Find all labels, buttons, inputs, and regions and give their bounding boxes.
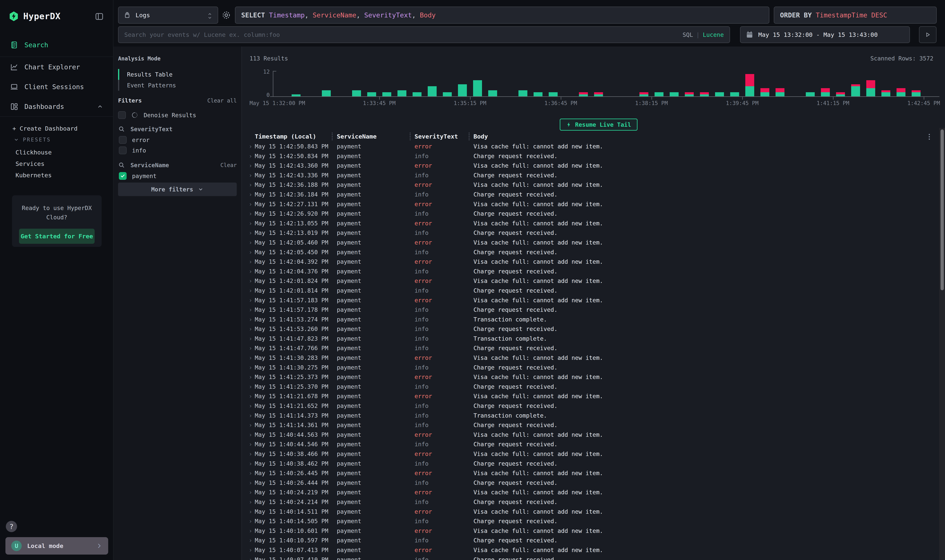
histogram-bar[interactable] (443, 92, 452, 96)
column-header-servicename[interactable]: ServiceName (337, 133, 376, 140)
table-row[interactable]: ›May 15 1:41:25.370 PMpaymentinfoCharge … (242, 382, 939, 392)
histogram-bar[interactable] (836, 92, 845, 96)
histogram-bar[interactable] (700, 92, 709, 96)
table-row[interactable]: ›May 15 1:42:50.834 PMpaymentinfoCharge … (242, 152, 939, 161)
presets-toggle[interactable]: PRESETS (0, 134, 127, 145)
table-row[interactable]: ›May 15 1:42:04.376 PMpaymentinfoCharge … (242, 267, 939, 277)
column-header-body[interactable]: Body (473, 133, 488, 140)
histogram-bar[interactable] (730, 92, 739, 96)
table-row[interactable]: ›May 15 1:41:53.274 PMpaymentinfoTransac… (242, 315, 939, 325)
column-header-severitytext[interactable]: SeverityText (415, 133, 458, 140)
histogram-bar[interactable] (912, 90, 920, 96)
table-scrollbar[interactable] (939, 128, 945, 560)
order-by-input[interactable]: ORDER BY TimestampTime DESC (774, 6, 937, 24)
table-row[interactable]: ›May 15 1:40:26.444 PMpaymentinfoCharge … (242, 478, 939, 488)
column-resize-handle[interactable] (332, 132, 333, 140)
histogram-bar[interactable] (775, 88, 785, 96)
source-select[interactable]: Logs (118, 6, 218, 24)
table-row[interactable]: ›May 15 1:42:01.814 PMpaymentinfoCharge … (242, 286, 939, 296)
histogram-bar[interactable] (821, 88, 830, 96)
histogram-bar[interactable] (715, 92, 724, 96)
table-row[interactable]: ›May 15 1:42:27.131 PMpaymenterrorVisa c… (242, 200, 939, 209)
table-row[interactable]: ›May 15 1:40:10.601 PMpaymenterrorVisa c… (242, 526, 939, 536)
histogram-bar[interactable] (382, 92, 391, 96)
table-row[interactable]: ›May 15 1:41:21.678 PMpaymenterrorVisa c… (242, 392, 939, 401)
table-row[interactable]: ›May 15 1:40:10.597 PMpaymentinfoCharge … (242, 536, 939, 545)
table-row[interactable]: ›May 15 1:40:38.466 PMpaymenterrorVisa c… (242, 449, 939, 459)
histogram-bars[interactable] (273, 72, 939, 96)
time-range-picker[interactable]: May 15 13:32:00 - May 15 13:43:00 (740, 26, 910, 43)
histogram-bar[interactable] (367, 92, 376, 96)
histogram-bar[interactable] (655, 92, 663, 96)
sidebar-collapse-icon[interactable] (95, 12, 104, 20)
table-row[interactable]: ›May 15 1:40:26.445 PMpaymenterrorVisa c… (242, 469, 939, 478)
more-filters-button[interactable]: More filters (118, 183, 237, 196)
tab-results-table[interactable]: Results Table (118, 69, 237, 80)
table-row[interactable]: ›May 15 1:41:14.361 PMpaymentinfoCharge … (242, 420, 939, 430)
histogram-bar[interactable] (670, 92, 678, 96)
histogram-bar[interactable] (533, 92, 543, 96)
histogram-bar[interactable] (322, 90, 331, 96)
histogram-bar[interactable] (745, 74, 754, 96)
histogram-bar[interactable] (473, 80, 482, 96)
table-row[interactable]: ›May 15 1:42:13.019 PMpaymentinfoCharge … (242, 228, 939, 238)
table-options-kebab-icon[interactable] (926, 133, 933, 141)
histogram-bar[interactable] (488, 90, 497, 96)
lucene-search-input[interactable]: Search your events w/ Lucene ex. column:… (118, 26, 730, 43)
histogram-bar[interactable] (760, 88, 769, 96)
table-row[interactable]: ›May 15 1:40:44.546 PMpaymentinfoCharge … (242, 440, 939, 449)
table-row[interactable]: ›May 15 1:42:36.188 PMpaymenterrorVisa c… (242, 180, 939, 190)
table-row[interactable]: ›May 15 1:41:14.373 PMpaymentinfoTransac… (242, 411, 939, 421)
get-started-button[interactable]: Get Started for Free (19, 229, 95, 244)
payment-checkbox[interactable] (119, 172, 126, 180)
table-row[interactable]: ›May 15 1:41:57.178 PMpaymentinfoCharge … (242, 305, 939, 315)
histogram-bar[interactable] (352, 90, 361, 96)
sql-select-input[interactable]: SELECT Timestamp, ServiceName, SeverityT… (235, 6, 769, 24)
histogram-bar[interactable] (398, 90, 406, 96)
column-header-timestamp[interactable]: Timestamp (Local) (255, 133, 316, 140)
table-row[interactable]: ›May 15 1:40:24.219 PMpaymenterrorVisa c… (242, 488, 939, 497)
table-row[interactable]: ›May 15 1:42:43.360 PMpaymenterrorVisa c… (242, 161, 939, 171)
user-menu[interactable]: U Local mode (5, 537, 108, 555)
table-row[interactable]: ›May 15 1:42:36.184 PMpaymentinfoCharge … (242, 190, 939, 200)
sidebar-item-dashboards[interactable]: Dashboards (0, 97, 113, 116)
table-row[interactable]: ›May 15 1:41:21.652 PMpaymentinfoCharge … (242, 401, 939, 411)
table-row[interactable]: ›May 15 1:41:30.275 PMpaymentinfoCharge … (242, 363, 939, 372)
column-resize-handle[interactable] (410, 132, 411, 140)
table-row[interactable]: ›May 15 1:40:24.214 PMpaymentinfoCharge … (242, 497, 939, 507)
histogram-bar[interactable] (640, 92, 648, 96)
table-row[interactable]: ›May 15 1:42:26.920 PMpaymentinfoCharge … (242, 209, 939, 219)
histogram-bar[interactable] (806, 92, 815, 96)
table-row[interactable]: ›May 15 1:41:30.283 PMpaymenterrorVisa c… (242, 353, 939, 363)
histogram-bar[interactable] (549, 92, 558, 96)
table-row[interactable]: ›May 15 1:42:50.843 PMpaymenterrorVisa c… (242, 142, 939, 152)
table-row[interactable]: ›May 15 1:40:44.563 PMpaymenterrorVisa c… (242, 430, 939, 440)
mode-sql[interactable]: SQL (683, 31, 693, 38)
table-row[interactable]: ›May 15 1:40:14.505 PMpaymentinfoCharge … (242, 517, 939, 526)
resume-live-tail-button[interactable]: Resume Live Tail (560, 118, 638, 131)
denoise-checkbox[interactable] (118, 111, 126, 119)
table-row[interactable]: ›May 15 1:41:47.823 PMpaymentinfoTransac… (242, 334, 939, 344)
table-row[interactable]: ›May 15 1:40:07.413 PMpaymenterrorVisa c… (242, 545, 939, 555)
column-resize-handle[interactable] (469, 132, 470, 140)
table-row[interactable]: ›May 15 1:42:01.824 PMpaymenterrorVisa c… (242, 276, 939, 286)
clear-servicename-link[interactable]: Clear (220, 162, 237, 168)
preset-item-clickhouse[interactable]: Clickhouse (0, 147, 129, 158)
table-row[interactable]: ›May 15 1:42:05.450 PMpaymentinfoCharge … (242, 248, 939, 257)
help-button[interactable]: ? (6, 521, 17, 532)
preset-item-services[interactable]: Services (0, 158, 129, 169)
clear-all-link[interactable]: Clear all (207, 97, 237, 104)
table-row[interactable]: ›May 15 1:42:05.460 PMpaymenterrorVisa c… (242, 238, 939, 248)
mode-lucene[interactable]: Lucene (703, 31, 724, 38)
scrollbar-thumb[interactable] (940, 129, 944, 290)
table-row[interactable]: ›May 15 1:42:43.336 PMpaymentinfoCharge … (242, 171, 939, 180)
table-row[interactable]: ›May 15 1:40:38.462 PMpaymentinfoCharge … (242, 459, 939, 469)
histogram-bar[interactable] (882, 90, 890, 96)
gear-icon[interactable] (221, 10, 231, 20)
sidebar-item-chart-explorer[interactable]: Chart Explorer (0, 57, 113, 77)
table-row[interactable]: ›May 15 1:41:25.373 PMpaymenterrorVisa c… (242, 372, 939, 382)
histogram-bar[interactable] (897, 88, 905, 96)
histogram-bar[interactable] (685, 92, 694, 96)
histogram-bar[interactable] (851, 84, 860, 96)
histogram-bar[interactable] (458, 84, 467, 97)
